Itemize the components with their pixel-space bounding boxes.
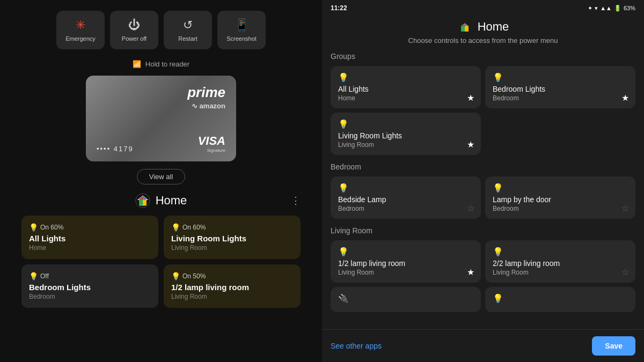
device-name: All Lights xyxy=(29,234,151,243)
item-card-half-lamp-living[interactable]: 💡 1/2 lamp living room Living Room ★ xyxy=(331,240,481,283)
bedroom-grid: 💡 Bedside Lamp Bedroom ☆ 💡 Lamp by the d… xyxy=(331,176,635,219)
device-card-bedroom[interactable]: 💡 Off Bedroom Lights Bedroom xyxy=(21,264,158,308)
emergency-icon: ✳ xyxy=(76,18,85,32)
star-button[interactable]: ☆ xyxy=(621,267,629,277)
star-button[interactable]: ★ xyxy=(467,267,474,277)
device-name: Bedroom Lights xyxy=(29,283,151,292)
star-button[interactable]: ☆ xyxy=(621,203,629,213)
item-card-two-lamp-living[interactable]: 💡 2/2 lamp living room Living Room ☆ xyxy=(485,240,635,283)
wifi-icon: ▾ xyxy=(595,5,598,12)
item-location: Living Room xyxy=(338,269,473,276)
device-status: 💡 On 50% xyxy=(171,272,293,280)
bulb-icon: 💡 xyxy=(29,223,38,232)
item-icon: 🔌 xyxy=(338,293,473,304)
screenshot-button[interactable]: 📱 Screenshot xyxy=(217,11,266,49)
star-button[interactable]: ☆ xyxy=(467,203,474,213)
item-location: Home xyxy=(338,94,473,102)
see-other-apps-link[interactable]: See other apps xyxy=(331,342,382,350)
screenshot-icon: 📱 xyxy=(235,18,249,32)
bulb-icon: 💡 xyxy=(171,272,180,280)
home-menu-dots[interactable]: ⋮ xyxy=(291,195,301,206)
screenshot-label: Screenshot xyxy=(226,35,257,42)
device-status: 💡 On 60% xyxy=(171,223,293,232)
item-name: 2/2 lamp living room xyxy=(493,259,628,268)
power-off-label: Power off xyxy=(122,35,147,42)
item-icon: 💡 xyxy=(493,72,628,83)
section-label-groups: Groups xyxy=(331,52,635,61)
item-card-unknown1[interactable]: 🔌 xyxy=(331,287,481,312)
emergency-button[interactable]: ✳ Emergency xyxy=(56,11,105,49)
device-name: 1/2 lamp living room xyxy=(171,283,293,292)
item-location: Bedroom xyxy=(338,205,473,212)
bulb-icon: 💡 xyxy=(171,223,180,232)
status-icons: ✦ ▾ ▲▲ 🔋 63% xyxy=(588,5,635,12)
battery-percent: 63% xyxy=(624,5,635,11)
star-button[interactable]: ★ xyxy=(467,93,474,103)
save-button[interactable]: Save xyxy=(592,336,635,356)
nfc-icon: 📶 xyxy=(133,60,141,68)
item-name: All Lights xyxy=(338,85,473,93)
device-name: Living Room Lights xyxy=(171,234,293,243)
battery-icon: 🔋 xyxy=(614,5,621,12)
emergency-label: Emergency xyxy=(65,35,96,42)
item-icon: 💡 xyxy=(338,183,473,193)
item-card-unknown2[interactable]: 💡 xyxy=(485,287,635,312)
card-network: VISA xyxy=(198,134,225,148)
device-status: 💡 Off xyxy=(29,272,151,280)
bulb-icon: 💡 xyxy=(29,272,38,280)
star-button[interactable]: ★ xyxy=(467,139,474,150)
nfc-label: Hold to reader xyxy=(145,60,189,68)
section-label-bedroom: Bedroom xyxy=(331,162,635,171)
device-status: 💡 On 60% xyxy=(29,223,151,232)
item-card-living-room-lights[interactable]: 💡 Living Room Lights Living Room ★ xyxy=(331,113,481,155)
status-time: 11:22 xyxy=(331,4,347,12)
status-bar: 11:22 ✦ ▾ ▲▲ 🔋 63% xyxy=(322,0,644,14)
item-card-bedroom-lights[interactable]: 💡 Bedroom Lights Bedroom ★ xyxy=(485,66,635,108)
restart-button[interactable]: ↺ Restart xyxy=(164,11,212,49)
item-location: Bedroom xyxy=(493,94,628,102)
section-label-living-room: Living Room xyxy=(331,226,635,235)
item-location: Living Room xyxy=(338,141,473,149)
view-all-button[interactable]: View all xyxy=(137,169,186,184)
item-icon: 💡 xyxy=(338,119,473,129)
right-content: Home Choose controls to access from the … xyxy=(322,14,644,329)
bluetooth-icon: ✦ xyxy=(588,5,592,12)
bottom-bar: See other apps Save xyxy=(322,329,644,362)
device-card-living-room[interactable]: 💡 On 60% Living Room Lights Living Room xyxy=(164,216,301,259)
power-off-icon: ⏻ xyxy=(128,18,140,32)
item-name: 1/2 lamp living room xyxy=(338,259,473,268)
card-sig: Signature xyxy=(198,148,225,153)
item-card-all-lights[interactable]: 💡 All Lights Home ★ xyxy=(331,66,481,108)
app-title-row: Home xyxy=(457,19,509,34)
google-home-app-logo xyxy=(457,19,472,34)
item-icon: 💡 xyxy=(493,183,628,193)
power-off-button[interactable]: ⏻ Power off xyxy=(110,11,158,49)
item-name: Lamp by the door xyxy=(493,195,628,204)
item-location: Bedroom xyxy=(493,205,628,212)
device-location: Living Room xyxy=(171,244,293,252)
home-app-header: Home ⋮ xyxy=(21,193,301,208)
item-name: Bedside Lamp xyxy=(338,195,473,204)
item-location: Living Room xyxy=(493,269,628,276)
device-card-all-lights[interactable]: 💡 On 60% All Lights Home xyxy=(21,216,158,259)
device-location: Living Room xyxy=(171,293,293,300)
item-card-bedside-lamp[interactable]: 💡 Bedside Lamp Bedroom ☆ xyxy=(331,176,481,219)
living-room-grid: 💡 1/2 lamp living room Living Room ★ 💡 2… xyxy=(331,240,635,312)
item-name: Bedroom Lights xyxy=(493,85,628,93)
item-card-lamp-by-door[interactable]: 💡 Lamp by the door Bedroom ☆ xyxy=(485,176,635,219)
left-panel: ✳ Emergency ⏻ Power off ↺ Restart 📱 Scre… xyxy=(0,0,322,362)
nfc-row: 📶 Hold to reader xyxy=(133,60,189,68)
device-grid: 💡 On 60% All Lights Home 💡 On 60% Living… xyxy=(21,216,301,308)
right-panel: 11:22 ✦ ▾ ▲▲ 🔋 63% Home Choose controls … xyxy=(322,0,644,362)
device-location: Bedroom xyxy=(29,293,151,300)
star-button[interactable]: ★ xyxy=(621,93,629,103)
item-icon: 💡 xyxy=(338,72,473,83)
card-brand: prime ∿ amazon xyxy=(97,84,225,110)
signal-icon: ▲▲ xyxy=(600,5,612,11)
power-menu: ✳ Emergency ⏻ Power off ↺ Restart 📱 Scre… xyxy=(21,11,301,49)
item-icon: 💡 xyxy=(338,247,473,257)
device-card-half-lamp[interactable]: 💡 On 50% 1/2 lamp living room Living Roo… xyxy=(164,264,301,308)
item-icon: 💡 xyxy=(493,293,628,304)
app-title: Home xyxy=(478,20,509,34)
home-app-title: Home xyxy=(156,194,187,208)
